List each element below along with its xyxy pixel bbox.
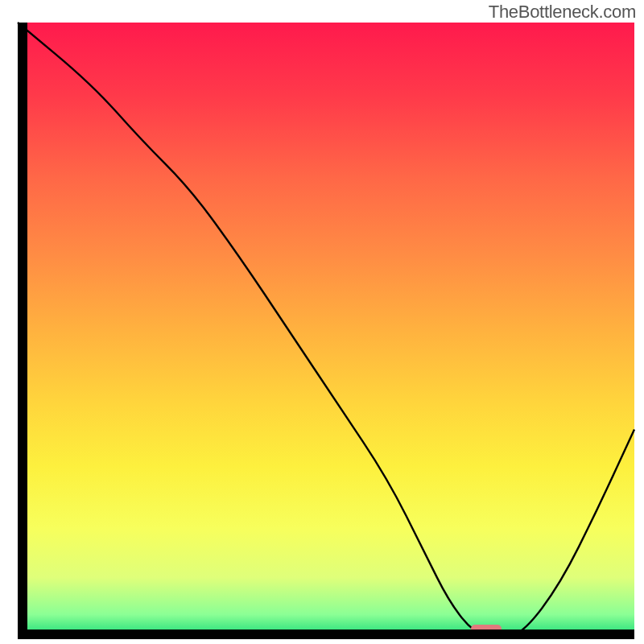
y-axis [18, 23, 27, 639]
x-axis [18, 630, 634, 639]
chart-line-svg [18, 23, 634, 639]
plot-area [18, 23, 634, 639]
brand-watermark: TheBottleneck.com [489, 2, 636, 23]
bottleneck-curve [18, 23, 634, 638]
